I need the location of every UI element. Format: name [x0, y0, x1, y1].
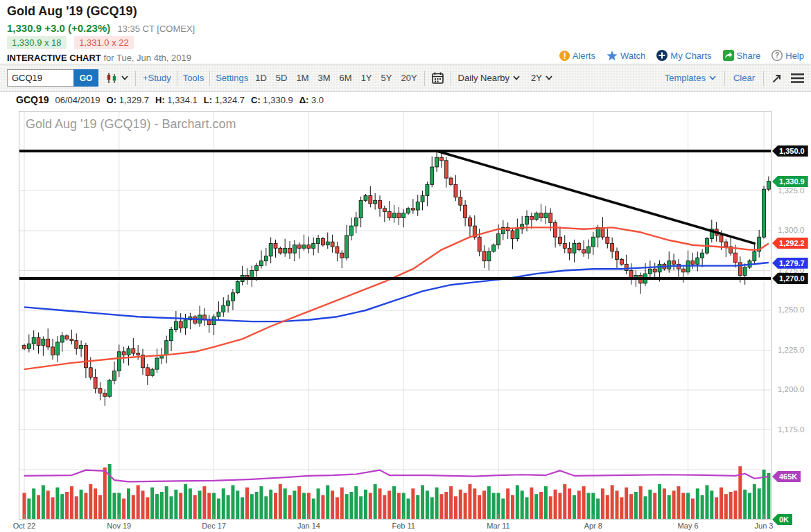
- alerts-link[interactable]: Alerts: [559, 51, 595, 61]
- time-axis-label: Jun 3: [743, 522, 785, 530]
- time-axis-label: Apr 8: [573, 522, 614, 530]
- period-button-1d[interactable]: 1D: [255, 73, 267, 83]
- chart-area: Gold Aug '19 (GCQ19) - Barchart.com 1,32…: [0, 111, 811, 532]
- templates-dropdown[interactable]: Templates: [665, 73, 716, 83]
- price-axis: 1,325.01,300.01,275.01,250.01,225.01,200…: [771, 111, 811, 520]
- price-badge: 1,330.9: [772, 176, 808, 187]
- candlestick-chart-icon: [105, 72, 119, 84]
- chart-toolbar: GO +Study Tools Settings 1D5D1M3M6M1Y5Y2…: [0, 64, 811, 92]
- barchart-interactive-chart-page: Gold Aug '19 (GCQ19) 1,330.9 +3.0 (+0.23…: [0, 0, 811, 532]
- bid-badge: 1,330.9 x 18: [7, 36, 67, 49]
- ohlc-date: 06/04/2019: [55, 95, 100, 105]
- star-icon: [607, 51, 618, 61]
- watch-link[interactable]: Watch: [607, 51, 645, 61]
- help-link[interactable]: ? Help: [771, 50, 804, 61]
- chevron-down-icon: [121, 76, 128, 80]
- add-study-button[interactable]: +Study: [143, 73, 171, 83]
- chart-type-dropdown[interactable]: [105, 72, 128, 84]
- toolbar-separator: [424, 71, 425, 86]
- time-axis-label: Feb 11: [383, 522, 424, 530]
- tools-button[interactable]: Tools: [183, 73, 204, 83]
- svg-text:?: ?: [775, 51, 779, 59]
- period-button-20y[interactable]: 20Y: [401, 73, 417, 83]
- time-axis-label: Oct 22: [3, 522, 45, 530]
- ohlc-low: 1,324.7: [215, 95, 245, 105]
- chevron-down-icon: [709, 76, 716, 80]
- interactive-chart-label: INTERACTIVE CHART: [7, 53, 101, 63]
- ohlc-open: 1,329.7: [119, 95, 149, 105]
- time-axis-label: Jan 14: [288, 522, 329, 530]
- time-axis-label: Nov 19: [98, 522, 140, 530]
- expand-chart-icon[interactable]: [772, 73, 783, 83]
- toolbar-separator: [209, 71, 210, 86]
- header-links: Alerts Watch My Charts Share ? Help: [559, 50, 804, 61]
- ohlc-change: 3.0: [311, 95, 324, 105]
- time-axis-label: Dec 17: [193, 522, 235, 530]
- bid-ask-row: 1,330.9 x 18 1,331.0 x 22: [7, 37, 134, 48]
- frequency-dropdown[interactable]: Daily Nearby: [458, 73, 520, 83]
- period-button-1y[interactable]: 1Y: [361, 73, 372, 83]
- my-charts-link[interactable]: My Charts: [656, 50, 711, 61]
- period-buttons: 1D5D1M3M6M1Y5Y20Y: [255, 73, 417, 83]
- toolbar-right: Templates Clear: [665, 71, 804, 86]
- ask-badge: 1,331.0 x 22: [74, 36, 134, 49]
- share-link[interactable]: Share: [723, 50, 761, 61]
- menu-icon[interactable]: [791, 73, 804, 83]
- price-axis-label: 1,250.0: [778, 305, 804, 314]
- ohlc-close: 1,330.9: [263, 95, 293, 105]
- price-badge: 1,350.0: [772, 145, 808, 157]
- time-axis: Oct 22Nov 19Dec 17Jan 14Feb 11Mar 11Apr …: [19, 520, 771, 532]
- clear-button[interactable]: Clear: [733, 73, 755, 83]
- price-badge: 1,270.0: [772, 273, 808, 284]
- quote-time: 13:35 CT [COMEX]: [117, 24, 195, 34]
- price-axis-label: 1,200.0: [778, 385, 804, 393]
- calendar-icon[interactable]: [432, 72, 444, 84]
- chevron-down-icon: [513, 76, 520, 80]
- time-axis-label: Mar 11: [478, 522, 519, 530]
- price-axis-label: 1,175.0: [778, 425, 804, 434]
- chart-date: for Tue, Jun 4th, 2019: [101, 53, 191, 63]
- time-axis-label: May 6: [668, 522, 709, 530]
- symbol-input[interactable]: [7, 69, 73, 87]
- toolbar-separator: [724, 71, 725, 86]
- question-circle-icon: ?: [771, 50, 783, 61]
- ohlc-symbol: GCQ19: [16, 94, 49, 105]
- page-title: Gold Aug '19 (GCQ19): [7, 4, 137, 19]
- price-axis-label: 1,325.0: [778, 186, 804, 195]
- chart-watermark: Gold Aug '19 (GCQ19) - Barchart.com: [26, 117, 236, 132]
- interactive-chart-row: INTERACTIVE CHART for Tue, Jun 4th, 2019: [7, 53, 191, 63]
- range-dropdown[interactable]: 2Y: [531, 73, 552, 83]
- toolbar-separator: [135, 71, 136, 86]
- settings-button[interactable]: Settings: [216, 73, 248, 83]
- go-button[interactable]: GO: [73, 69, 98, 87]
- last-price: 1,330.9: [7, 22, 42, 34]
- toolbar-separator: [763, 71, 764, 86]
- price-row: 1,330.9 +3.0 (+0.23%) 13:35 CT [COMEX]: [7, 22, 195, 34]
- ohlc-info-bar: GCQ19 06/04/2019 O: 1,329.7 H: 1,334.1 L…: [16, 94, 324, 105]
- price-badge: 1,292.2: [772, 238, 808, 249]
- period-button-5d[interactable]: 5D: [276, 73, 288, 83]
- toolbar-separator: [451, 71, 451, 86]
- period-button-6m[interactable]: 6M: [340, 73, 352, 83]
- toolbar-separator: [177, 71, 177, 86]
- toolbar-links: +Study Tools Settings: [143, 71, 248, 86]
- price-axis-label: 1,300.0: [778, 226, 804, 234]
- ohlc-high: 1,334.1: [167, 95, 197, 105]
- price-change: +3.0 (+0.23%): [44, 22, 110, 34]
- price-badge: 1,279.7: [772, 258, 808, 269]
- chevron-down-icon: [546, 76, 552, 80]
- price-chart-canvas[interactable]: [19, 111, 771, 520]
- volume-badge: 465K: [772, 471, 801, 482]
- share-icon: [723, 50, 734, 61]
- period-button-5y[interactable]: 5Y: [381, 73, 392, 83]
- plus-circle-icon: [656, 50, 668, 61]
- period-button-1m[interactable]: 1M: [296, 73, 308, 83]
- price-axis-label: 1,225.0: [778, 346, 804, 354]
- alert-icon: [559, 51, 570, 61]
- quote-header: Gold Aug '19 (GCQ19) 1,330.9 +3.0 (+0.23…: [0, 0, 811, 64]
- period-button-3m[interactable]: 3M: [318, 73, 331, 83]
